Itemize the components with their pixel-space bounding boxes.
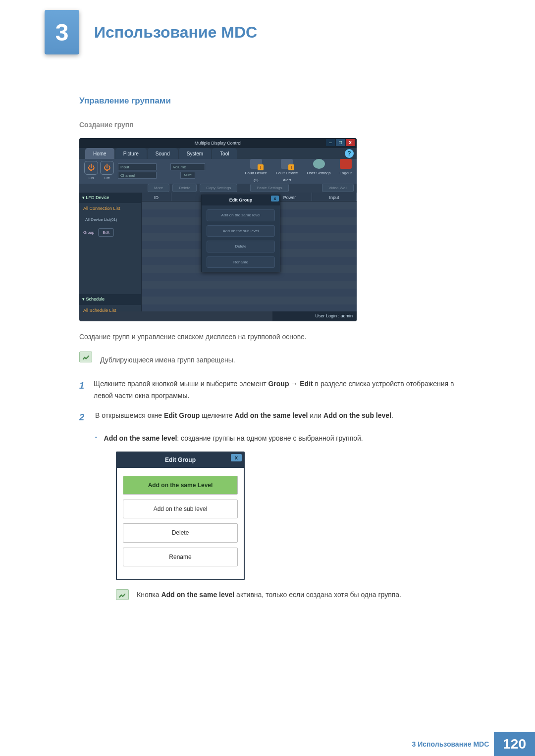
note-text-2: Кнопка Add on the same level активна, то… (137, 589, 401, 601)
maximize-icon: □ (336, 139, 345, 146)
bullet-1-text: Add on the same level: создание группы н… (104, 433, 363, 445)
section-heading: Управление группами (79, 94, 456, 108)
edit-group-popup: Edit Group x Add on the same level Add o… (201, 195, 280, 273)
fault-device-icon: Fault Device (1) (245, 159, 267, 183)
status-bar: User Login : admin (272, 311, 357, 321)
group-label: Group (83, 229, 94, 236)
chapter-title: Использование MDC (94, 23, 257, 42)
dialog-close-icon: x (231, 454, 242, 461)
videowall-button: Video Wall (322, 184, 354, 193)
popup-add-same-level: Add on the same level (207, 209, 275, 221)
tab-tool: Tool (212, 148, 237, 159)
dialog-title: Edit Group (165, 456, 196, 463)
schedule-section: Schedule (79, 294, 141, 304)
power-on-icon: ⏻ (84, 161, 98, 175)
popup-delete: Delete (207, 241, 275, 252)
delete-button: Delete (172, 184, 197, 193)
mdc-screenshot: Multiple Display Control – □ x ? Home Pi… (79, 138, 357, 321)
col-id: ID (142, 193, 171, 201)
popup-title: Edit Group (229, 198, 253, 202)
dialog-delete: Delete (123, 523, 238, 542)
subsection-heading: Создание групп (79, 119, 456, 131)
step-2-text: В открывшемся окне Edit Group щелкните A… (95, 410, 393, 425)
mute-button: Mute (180, 172, 195, 179)
edit-group-dialog: Edit Group x Add on the same Level Add o… (116, 452, 245, 580)
group-edit-button: Edit (98, 228, 114, 237)
close-icon: x (346, 139, 355, 146)
channel-stepper: Channel (118, 172, 157, 179)
step-1-text: Щелкните правой кнопкой мыши и выберите … (94, 378, 456, 402)
tab-sound: Sound (148, 148, 178, 159)
step-2-number: 2 (79, 410, 86, 425)
window-title: Multiple Display Control (195, 140, 242, 147)
note-icon (79, 352, 92, 362)
dialog-add-sub-level: Add on the sub level (123, 500, 238, 518)
power-off-label: Off (105, 175, 110, 182)
col-input: Input (312, 193, 357, 201)
dialog-add-same-level: Add on the same Level (123, 476, 238, 495)
paste-settings-button: Paste Settings (250, 184, 289, 193)
popup-close-icon: x (271, 196, 279, 202)
more-button: More (148, 184, 169, 193)
all-device-list: All Device List(01) (79, 214, 141, 225)
all-connection-list: All Connection List (79, 203, 141, 214)
footer-page-number: 120 (494, 732, 535, 756)
minimize-icon: – (326, 139, 335, 146)
power-on-label: On (89, 175, 94, 182)
note-icon (116, 589, 129, 600)
tab-system: System (179, 148, 211, 159)
popup-add-sub-level: Add on the sub level (207, 225, 275, 237)
fault-alert-icon: Fault Device Alert (276, 159, 298, 183)
dialog-rename: Rename (123, 548, 238, 566)
help-icon: ? (345, 149, 354, 158)
volume-control: Volume (170, 163, 205, 170)
chapter-number-badge: 3 (45, 10, 79, 54)
popup-rename: Rename (207, 256, 275, 268)
note-text-1: Дублирующиеся имена групп запрещены. (100, 354, 235, 366)
caption-text: Создание групп и управление списком дисп… (79, 331, 456, 343)
user-settings-icon: User Settings (307, 159, 331, 183)
all-schedule-list: All Schedule List (79, 305, 141, 316)
copy-settings-button: Copy Settings (200, 184, 237, 193)
input-dropdown: Input (118, 163, 157, 170)
tab-home: Home (85, 148, 114, 159)
step-1-number: 1 (79, 378, 85, 402)
lfd-device-section: LFD Device (79, 193, 141, 203)
bullet-icon: • (95, 433, 97, 445)
power-off-icon: ⏻ (100, 161, 114, 175)
logout-icon: Logout (340, 159, 352, 183)
tab-picture: Picture (115, 148, 147, 159)
footer-chapter-label: 3 Использование MDC (412, 740, 494, 748)
